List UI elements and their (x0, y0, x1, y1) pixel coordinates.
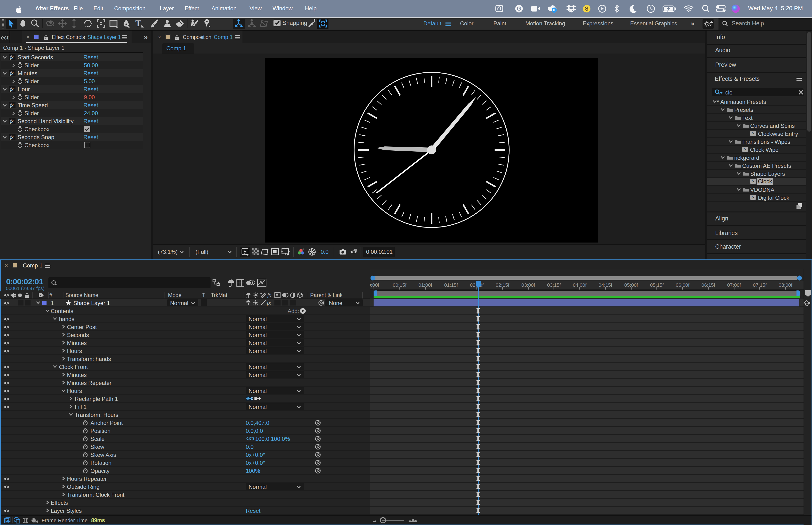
svg-text:fx: fx (752, 180, 755, 183)
svg-text:G: G (517, 6, 521, 12)
svg-text:fx: fx (752, 132, 755, 136)
svg-text:fx: fx (744, 148, 747, 152)
svg-text:S: S (585, 6, 588, 12)
svg-text:fx: fx (752, 196, 755, 199)
